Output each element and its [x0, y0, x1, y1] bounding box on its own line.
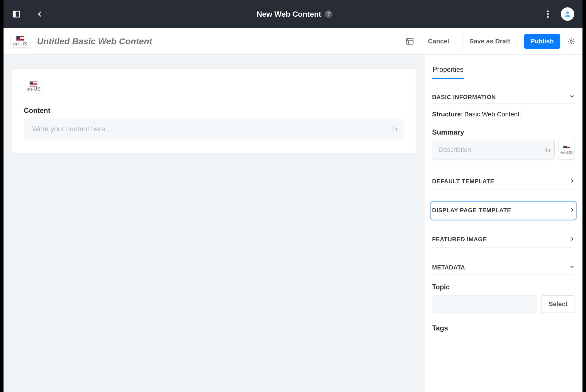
kebab-menu-icon[interactable]	[544, 11, 551, 18]
section-metadata-title: METADATA	[432, 264, 465, 271]
sub-bar: en-US Cancel Save as Draft Publish	[4, 28, 582, 55]
content-input[interactable]	[24, 119, 404, 139]
locale-selector[interactable]: en-US	[11, 35, 30, 48]
publish-button[interactable]: Publish	[524, 34, 560, 49]
structure-label: Structure	[432, 111, 461, 118]
summary-field-label: Summary	[432, 128, 575, 136]
save-draft-button[interactable]: Save as Draft	[463, 34, 517, 49]
section-display-page-template-title: DISPLAY PAGE TEMPLATE	[432, 207, 511, 214]
summary-locale-selector[interactable]: en-US	[558, 140, 575, 160]
section-basic-information[interactable]: BASIC INFORMATION	[432, 91, 575, 104]
text-format-icon[interactable]: TT	[391, 125, 398, 133]
panel-toggle-icon[interactable]	[12, 9, 21, 19]
chevron-down-icon	[569, 264, 575, 271]
svg-point-10	[570, 40, 573, 42]
sidebar-tabs: Properties	[432, 63, 575, 79]
content-card: en-US Content TT	[12, 69, 416, 154]
structure-row: Structure: Basic Web Content	[432, 111, 575, 118]
svg-point-3	[547, 13, 549, 15]
topic-input[interactable]	[432, 295, 537, 313]
section-basic-information-title: BASIC INFORMATION	[432, 94, 496, 101]
locale-label: en-US	[13, 41, 27, 47]
section-featured-image[interactable]: FEATURED IMAGE	[432, 232, 575, 247]
page-title: New Web Content	[257, 10, 321, 19]
form-view-icon[interactable]	[405, 37, 415, 46]
chevron-right-icon	[570, 178, 575, 185]
tags-field-label: Tags	[432, 324, 575, 332]
us-flag-icon	[16, 36, 24, 41]
section-default-template-title: DEFAULT TEMPLATE	[432, 178, 494, 185]
content-locale-label: en-US	[26, 86, 40, 92]
cancel-button[interactable]: Cancel	[422, 34, 456, 49]
help-icon[interactable]: ?	[325, 10, 332, 18]
chevron-right-icon	[570, 207, 575, 214]
user-avatar[interactable]	[561, 7, 574, 21]
structure-value: Basic Web Content	[464, 111, 519, 118]
svg-point-5	[566, 11, 569, 14]
content-locale-selector[interactable]: en-US	[24, 80, 43, 93]
svg-point-2	[547, 10, 549, 12]
top-bar: New Web Content ?	[4, 0, 582, 28]
summary-input[interactable]	[432, 140, 555, 160]
section-default-template[interactable]: DEFAULT TEMPLATE	[432, 174, 575, 189]
topic-select-button[interactable]: Select	[541, 295, 575, 313]
summary-locale-label: en-US	[560, 150, 573, 155]
section-featured-image-title: FEATURED IMAGE	[432, 236, 487, 243]
chevron-down-icon	[569, 94, 575, 101]
svg-point-4	[547, 16, 549, 18]
text-format-icon[interactable]: TT	[545, 147, 551, 153]
section-display-page-template[interactable]: DISPLAY PAGE TEMPLATE	[432, 203, 575, 218]
svg-rect-1	[13, 11, 16, 17]
us-flag-icon	[563, 146, 570, 150]
content-field-label: Content	[24, 106, 404, 115]
svg-point-9	[407, 39, 408, 40]
topic-field-label: Topic	[432, 283, 575, 291]
section-metadata[interactable]: METADATA	[432, 261, 575, 274]
chevron-right-icon	[570, 236, 575, 243]
back-icon[interactable]	[35, 9, 45, 19]
tab-properties[interactable]: Properties	[432, 63, 464, 79]
us-flag-icon	[30, 82, 37, 86]
gear-icon[interactable]	[567, 37, 575, 45]
title-input[interactable]	[37, 36, 398, 46]
properties-sidebar: Properties BASIC INFORMATION Structure: …	[424, 55, 582, 392]
main-editor-area: en-US Content TT	[4, 55, 424, 392]
